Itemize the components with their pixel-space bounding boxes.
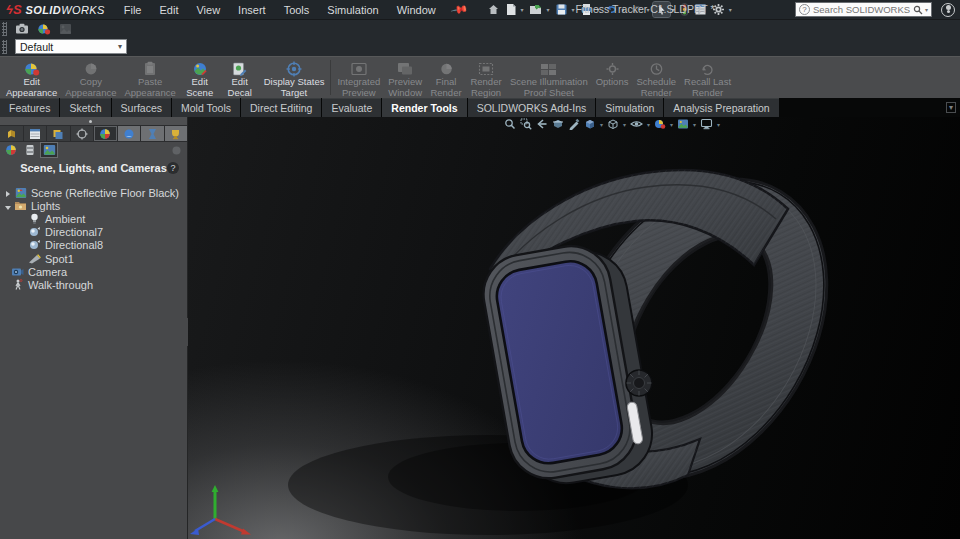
display-manager-sub-tabs	[0, 142, 187, 158]
tabs-expand-icon[interactable]: ▾	[946, 102, 956, 113]
home-button[interactable]	[485, 2, 502, 17]
directional-light-icon	[28, 239, 41, 251]
search-input[interactable]	[813, 4, 910, 15]
solidworks-logo-icon: ϟS	[6, 3, 22, 16]
scene-illumination-proof-sheet-button[interactable]: Scene IlluminationProof Sheet	[506, 57, 592, 98]
schedule-render-button[interactable]: ScheduleRender	[632, 57, 680, 98]
menu-view[interactable]: View	[187, 2, 229, 18]
tab-surfaces[interactable]: Surfaces	[112, 98, 171, 117]
tab-render-tools[interactable]: Render Tools	[382, 98, 466, 117]
tree-item-directional8[interactable]: Directional8	[0, 239, 187, 252]
copy-appearance-icon	[83, 60, 99, 77]
render-options-button[interactable]: Options	[592, 57, 633, 98]
tree-item-spot1[interactable]: Spot1	[0, 252, 187, 265]
tree-item-lights[interactable]: Lights	[0, 199, 187, 212]
menu-tools[interactable]: Tools	[275, 2, 319, 18]
configuration-manager-tab[interactable]	[47, 126, 71, 141]
tab-features[interactable]: Features	[0, 98, 59, 117]
costing-manager-tab[interactable]	[165, 126, 188, 141]
display-manager-tab[interactable]	[94, 126, 118, 141]
tree-item-scene[interactable]: Scene (Reflective Floor Black)	[0, 186, 187, 199]
open-file-button[interactable]	[527, 2, 545, 17]
screenshot-camera-button[interactable]	[15, 23, 29, 34]
edit-appearance-button[interactable]: EditAppearance	[2, 57, 61, 98]
expander-collapsed-icon[interactable]	[3, 187, 13, 199]
new-file-caret[interactable]: ▾	[521, 6, 524, 13]
menu-window[interactable]: Window	[388, 2, 445, 18]
dimxpert-icon	[76, 128, 88, 140]
recall-last-render-button[interactable]: Recall LastRender	[680, 57, 735, 98]
integrated-preview-button[interactable]: IntegratedPreview	[333, 57, 384, 98]
scene-lights-cameras-icon	[43, 144, 56, 156]
display-states-target-button[interactable]: Display StatesTarget	[260, 57, 329, 98]
search-caret[interactable]: ▾	[925, 6, 928, 13]
cam-feature-tree-icon	[123, 128, 135, 140]
lights-folder-icon	[14, 200, 27, 212]
orientation-triad	[190, 485, 251, 535]
help-search[interactable]: ? ▾	[795, 2, 932, 17]
cam-feature-tree-tab[interactable]	[118, 126, 142, 141]
tab-solidworks-add-ins[interactable]: SOLIDWORKS Add-Ins	[468, 98, 596, 117]
configuration-row: Default ▾	[0, 37, 960, 56]
toolbar-grip[interactable]	[2, 22, 7, 36]
tree-label: Lights	[31, 200, 60, 212]
final-render-icon	[439, 60, 454, 77]
panel-grip[interactable]	[0, 117, 187, 125]
final-render-button[interactable]: FinalRender	[426, 57, 466, 98]
scene-lights-cameras-sub-tab[interactable]	[41, 143, 57, 157]
copy-appearance-button[interactable]: CopyAppearance	[61, 57, 120, 98]
camera-icon	[15, 23, 29, 34]
graphics-viewport[interactable]: ▾ ▾ ▾ ▾ ▾ ▾	[188, 117, 960, 539]
tab-mold-tools[interactable]: Mold Tools	[172, 98, 240, 117]
edit-appearance-quick-button[interactable]	[37, 23, 51, 35]
document-title: Fitness Tracker C1.SLDPRT *	[560, 0, 730, 19]
command-manager-tabs: Features Sketch Surfaces Mold Tools Dire…	[0, 98, 960, 117]
edit-scene-button[interactable]: EditScene	[180, 57, 220, 98]
toolbar-grip-2[interactable]	[2, 40, 7, 54]
feature-manager-tab[interactable]	[0, 126, 24, 141]
configuration-selector[interactable]: Default ▾	[15, 39, 127, 54]
watch-model[interactable]	[188, 117, 960, 539]
new-file-button[interactable]	[503, 2, 519, 17]
paste-appearance-button[interactable]: PasteAppearance	[120, 57, 179, 98]
menu-edit[interactable]: Edit	[150, 2, 187, 18]
preview-window-button[interactable]: PreviewWindow	[384, 57, 426, 98]
tab-direct-editing[interactable]: Direct Editing	[241, 98, 321, 117]
tree-item-directional7[interactable]: Directional7	[0, 226, 187, 239]
help-question-icon[interactable]: ?	[799, 4, 810, 15]
panel-help-icon[interactable]: ?	[167, 162, 179, 174]
decals-sub-tab[interactable]	[22, 143, 38, 157]
tree-label: Walk-through	[28, 279, 93, 291]
menu-simulation[interactable]: Simulation	[318, 2, 387, 18]
tab-analysis-preparation[interactable]: Analysis Preparation	[664, 98, 778, 117]
tree-label: Spot1	[45, 253, 74, 265]
tree-item-camera[interactable]: Camera	[0, 265, 187, 278]
property-manager-tab[interactable]	[24, 126, 48, 141]
appearances-sub-tab[interactable]	[3, 143, 19, 157]
render-region-button[interactable]: RenderRegion	[466, 57, 506, 98]
tab-sketch[interactable]: Sketch	[60, 98, 110, 117]
appearance-group: EditAppearance CopyAppearance PasteAppea…	[2, 57, 328, 98]
apply-scene-quick-button[interactable]	[59, 23, 72, 35]
tree-item-ambient[interactable]: Ambient	[0, 212, 187, 225]
scene-icon	[14, 187, 27, 199]
tab-evaluate[interactable]: Evaluate	[322, 98, 381, 117]
pin-menu-icon[interactable]: 📌	[450, 0, 469, 19]
menu-insert[interactable]: Insert	[229, 2, 275, 18]
new-file-icon	[505, 3, 517, 16]
menu-file[interactable]: File	[115, 2, 151, 18]
edit-decal-button[interactable]: EditDecal	[220, 57, 260, 98]
expander-expanded-icon[interactable]	[3, 200, 13, 212]
tree-item-walkthrough[interactable]: Walk-through	[0, 278, 187, 291]
dimxpert-manager-tab[interactable]	[71, 126, 95, 141]
login-avatar-icon[interactable]	[941, 3, 955, 17]
combo-caret-icon: ▾	[118, 42, 122, 51]
cam-operation-tree-tab[interactable]	[141, 126, 165, 141]
integrated-preview-icon	[351, 60, 367, 77]
tree-label: Camera	[28, 266, 67, 278]
menu-bar: File Edit View Insert Tools Simulation W…	[115, 2, 445, 18]
tab-simulation[interactable]: Simulation	[596, 98, 663, 117]
cam-operation-tree-icon	[147, 128, 158, 140]
open-file-caret[interactable]: ▾	[547, 6, 550, 13]
panel-header: Scene, Lights, and Cameras ?	[0, 158, 187, 178]
